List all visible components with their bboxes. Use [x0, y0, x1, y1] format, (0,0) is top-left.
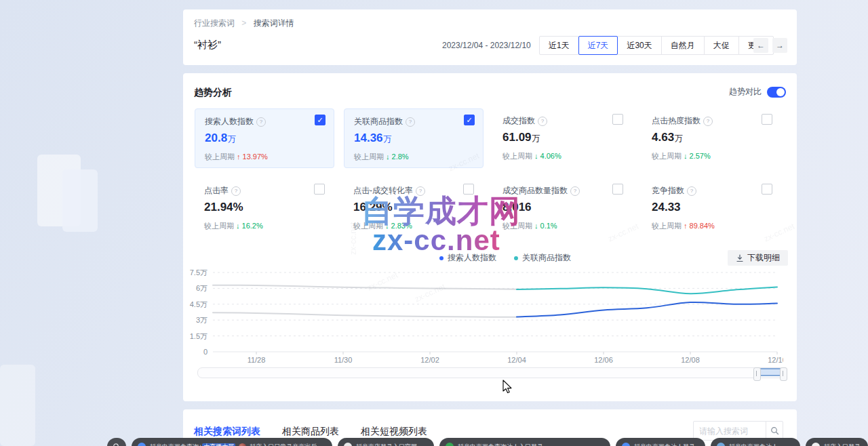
taskbar-search-icon: [113, 443, 121, 446]
range-button-30day[interactable]: 近30天: [617, 36, 661, 55]
svg-text:0: 0: [203, 348, 208, 356]
tab-related-search-words[interactable]: 相关搜索词列表: [194, 426, 260, 438]
metric-checkbox[interactable]: ✓: [464, 115, 475, 125]
metric-card-related-product-index[interactable]: 关联商品指数? ✓ 14.36万 较上周期↓ 2.8%: [344, 108, 484, 168]
metric-value: 16.29%: [353, 201, 393, 214]
help-icon[interactable]: ?: [538, 117, 547, 126]
metric-compare: 较上周期↓ 0.1%: [502, 221, 557, 231]
help-icon[interactable]: ?: [416, 186, 425, 196]
trend-compare-control: 趋势对比: [729, 86, 786, 98]
range-button-natural-month[interactable]: 自然月: [661, 36, 705, 55]
download-detail-button[interactable]: 下载明细: [728, 250, 788, 266]
metric-checkbox[interactable]: [762, 114, 772, 125]
taskbar-pill[interactable]: 抖音商店登录入口官网: [338, 438, 434, 446]
metric-checkbox[interactable]: [314, 184, 325, 195]
metric-card-transaction-product-count-index[interactable]: 成交商品数量指数? 8,016 较上周期↓ 0.1%: [493, 178, 631, 237]
toggle-knob: [776, 88, 785, 96]
taskbar-pill-label: 抖音电商罗盘查询达人入口登录: [458, 443, 543, 446]
svg-text:12/10: 12/10: [768, 356, 783, 364]
legend-item-related-product-index[interactable]: 关联商品指数: [514, 252, 571, 264]
metric-value: 4.63万: [652, 131, 683, 144]
taskbar-pill-icon: [717, 443, 725, 446]
help-icon[interactable]: ?: [687, 186, 696, 196]
trend-line-chart: 7.5万6万4.5万3万1.5万011/2811/3012/0212/0412/…: [183, 268, 783, 365]
legend-dot-blue: [439, 256, 443, 260]
svg-text:12/02: 12/02: [420, 356, 439, 364]
metric-checkbox[interactable]: [463, 184, 474, 195]
metric-label: 成交指数: [502, 115, 535, 127]
metric-value: 8,016: [502, 201, 532, 214]
svg-text:11/30: 11/30: [334, 356, 353, 364]
svg-text:12/08: 12/08: [681, 356, 700, 364]
page-title: “衬衫”: [194, 39, 221, 52]
taskbar-pill-label: 抖音电商罗盘达人: [729, 443, 778, 446]
taskbar-pill[interactable]: 抖音电商罗盘达人: [711, 438, 800, 446]
help-icon[interactable]: ?: [406, 117, 415, 127]
metric-label: 点击-成交转化率: [353, 185, 413, 197]
date-range-button-group: 近1天 近7天 近30天 自然月 大促 更多: [539, 36, 774, 55]
metric-value: 14.36万: [354, 131, 392, 145]
taskbar-pill[interactable]: 抖音电商罗盘达人登录: [616, 438, 705, 446]
metric-value: 24.33: [652, 201, 682, 214]
taskbar-pill-label: 抖音电商罗盘达人登录: [634, 443, 695, 446]
slider-selected-window[interactable]: [757, 368, 784, 376]
svg-text:6万: 6万: [196, 284, 208, 292]
taskbar-pill[interactable]: 抖音电商罗盘查询+大直播大屏抖店入口日常录音商家后: [132, 438, 332, 446]
metric-label: 关联商品指数: [354, 116, 403, 127]
breadcrumb-industry-search-words[interactable]: 行业搜索词: [194, 18, 235, 28]
range-button-promo[interactable]: 大促: [704, 36, 739, 55]
search-input[interactable]: [694, 426, 766, 436]
svg-text:4.5万: 4.5万: [190, 300, 208, 308]
chart-range-slider[interactable]: [197, 367, 785, 378]
metric-value: 61.09万: [502, 131, 540, 144]
metric-card-competition-index[interactable]: 竞争指数? 24.33 较上周期↑ 89.84%: [642, 178, 781, 237]
metric-checkbox[interactable]: [612, 114, 623, 125]
taskbar-pill-label: 抖店入口登录: [824, 443, 861, 446]
metric-card-click-heat-index[interactable]: 点击热度指数? 4.63万 较上周期↓ 2.57%: [642, 108, 781, 167]
tab-related-short-videos[interactable]: 相关短视频列表: [361, 426, 427, 438]
metric-card-search-people-index[interactable]: 搜索人数指数? ✓ 20.8万 较上周期↑ 13.97%: [195, 108, 334, 168]
svg-text:12/06: 12/06: [594, 356, 613, 364]
legend-dot-teal: [514, 256, 518, 260]
taskbar-pill-label: 抖音商店登录入口官网: [356, 443, 417, 446]
metric-compare: 较上周期↓ 2.57%: [652, 151, 711, 161]
metric-checkbox[interactable]: ✓: [315, 115, 326, 125]
metric-compare: 较上周期↓ 4.06%: [502, 151, 561, 161]
trend-analysis-title: 趋势分析: [194, 87, 232, 99]
prev-period-button[interactable]: ←: [753, 38, 768, 53]
taskbar-pill-label: 抖音电商罗盘查询+大直播大屏: [150, 443, 235, 446]
taskbar-pill[interactable]: 抖音电商罗盘查询达人入口登录: [439, 438, 610, 446]
trend-compare-toggle[interactable]: [767, 87, 786, 98]
taskbar-pill-icon: [446, 443, 454, 446]
metric-card-transaction-index[interactable]: 成交指数? 61.09万 较上周期↓ 4.06%: [493, 108, 631, 167]
taskbar-search-button[interactable]: [107, 438, 126, 446]
taskbar: 抖音电商罗盘查询+大直播大屏抖店入口日常录音商家后抖音商店登录入口官网抖音电商罗…: [0, 438, 868, 446]
help-icon[interactable]: ?: [570, 186, 580, 196]
metric-card-click-conversion-rate[interactable]: 点击-成交转化率? 16.29% 较上周期↓ 2.83%: [344, 178, 482, 237]
metric-compare: 较上周期↓ 2.83%: [353, 221, 412, 231]
taskbar-pill-avatar: [239, 443, 246, 446]
next-period-button[interactable]: →: [772, 38, 787, 53]
metric-label: 搜索人数指数: [205, 116, 254, 127]
metric-checkbox[interactable]: [762, 184, 772, 195]
slider-handle-right[interactable]: [780, 367, 787, 381]
svg-text:7.5万: 7.5万: [190, 268, 208, 277]
slider-handle-left[interactable]: [753, 367, 761, 381]
legend-item-search-people-index[interactable]: 搜索人数指数: [439, 252, 496, 264]
svg-text:11/28: 11/28: [248, 356, 266, 364]
download-icon: [736, 254, 744, 262]
taskbar-pill[interactable]: 抖店入口登录: [806, 438, 868, 446]
breadcrumb-separator: >: [241, 18, 246, 28]
search-button[interactable]: [766, 422, 783, 440]
breadcrumb: 行业搜索词 > 搜索词详情: [194, 18, 294, 29]
metric-label: 点击率: [204, 185, 229, 197]
help-icon[interactable]: ?: [231, 186, 241, 196]
tab-related-products[interactable]: 相关商品列表: [282, 426, 339, 438]
range-button-7day[interactable]: 近7天: [578, 36, 618, 55]
metric-card-click-rate[interactable]: 点击率? 21.94% 较上周期↓ 16.2%: [195, 178, 333, 237]
background-shape: [0, 365, 35, 446]
help-icon[interactable]: ?: [703, 117, 713, 126]
range-button-1day[interactable]: 近1天: [539, 36, 579, 55]
metric-checkbox[interactable]: [612, 184, 623, 195]
help-icon[interactable]: ?: [256, 117, 266, 127]
